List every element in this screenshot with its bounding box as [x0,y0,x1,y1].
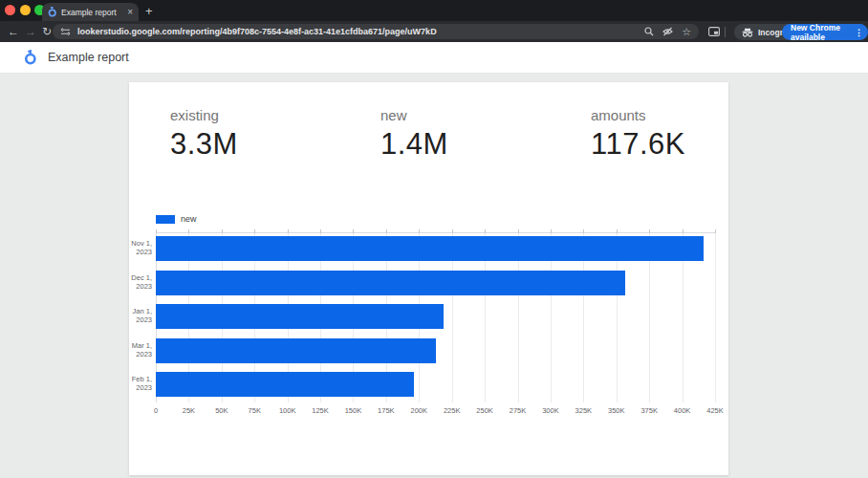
zoom-level-icon[interactable] [644,27,654,36]
axis-tick [518,229,519,233]
scorecard-amounts: amounts 117.6K [591,107,763,162]
forward-icon[interactable]: → [25,23,36,40]
close-window-button[interactable] [5,5,15,15]
axis-tick [715,229,716,233]
legend-label: new [181,214,197,224]
chart-legend: new [156,214,197,224]
axis-tick [320,229,321,233]
looker-studio-favicon-icon [48,7,56,17]
axis-tick [419,229,420,233]
url-text[interactable]: lookerstudio.google.com/reporting/4b9f70… [77,27,636,36]
bar-jan-1-2023[interactable] [156,304,444,329]
chrome-menu-icon[interactable]: ⋮ [855,28,863,37]
bar-chart-plot [156,232,715,402]
reload-icon[interactable]: ↻ [42,23,52,40]
gridline [715,233,716,402]
report-page: existing 3.3M new 1.4M amounts 117.6K ne… [0,73,868,478]
scorecard-value: 117.6K [591,127,763,162]
y-axis-category-label: Dec 1,2023 [129,273,152,291]
x-axis-tick-label: 100K [279,406,296,415]
scorecard-label: existing [170,107,342,123]
x-axis-tick-label: 75K [249,406,261,415]
bar-mar-1-2023[interactable] [156,338,436,363]
legend-swatch [156,215,175,224]
tab-title: Example report [61,8,127,17]
minimize-window-button[interactable] [20,5,31,15]
x-axis-tick-label: 50K [215,406,228,415]
picture-in-picture-icon[interactable] [708,27,720,36]
bar-nov-1-2023[interactable] [156,236,704,261]
eye-off-icon[interactable] [662,27,673,36]
x-axis-tick-label: 275K [510,406,527,415]
browser-toolbar: ← → ↻ lookerstudio.google.com/reporting/… [0,21,868,42]
x-axis-tick-label: 400K [674,406,691,415]
browser-tab[interactable]: Example report × [42,3,139,21]
x-axis-tick-label: 0 [154,406,158,415]
scorecard-label: amounts [591,107,763,123]
x-axis-tick-label: 300K [542,406,559,415]
axis-tick [188,229,189,233]
x-axis-tick-label: 150K [345,406,362,415]
tab-strip: Example report × + [0,0,868,21]
axis-tick [386,229,387,233]
bar-feb-1-2023[interactable] [156,372,414,397]
axis-tick [551,229,552,233]
update-chrome-chip[interactable]: New Chrome available ⋮ [782,24,868,40]
report-title: Example report [48,51,129,64]
site-info-icon[interactable] [60,28,71,36]
x-axis-tick-label: 25K [183,406,195,415]
address-bar[interactable]: lookerstudio.google.com/reporting/4b9f70… [53,24,699,39]
update-chrome-label: New Chrome available [791,23,850,42]
x-axis-tick-label: 200K [411,406,428,415]
toolbar-divider [725,27,726,37]
x-axis-tick-label: 175K [378,406,395,415]
app-header: Example report ↶ Reset Share ▼ ⋮ [0,42,868,73]
x-axis-tick-label: 250K [476,406,493,415]
axis-tick [583,229,584,233]
axis-tick [683,229,684,233]
scorecard-value: 3.3M [170,127,342,162]
looker-studio-logo-icon [24,50,36,65]
x-axis-tick-label: 425K [706,406,724,415]
browser-window: Example report × + ← → ↻ lookerstudio.go… [0,0,868,478]
x-axis-tick-label: 375K [640,406,658,415]
axis-tick [288,229,289,233]
x-axis-tick-label: 125K [312,406,329,415]
axis-tick [617,229,618,233]
axis-tick [222,229,223,233]
y-axis-category-label: Feb 1,2023 [129,375,152,392]
incognito-icon [742,28,753,37]
back-icon[interactable]: ← [8,23,19,40]
close-tab-icon[interactable]: × [127,8,133,17]
x-axis-tick-label: 325K [575,406,593,415]
y-axis-category-label: Nov 1,2023 [129,239,152,256]
bar-dec-1-2023[interactable] [156,271,625,295]
scorecard-value: 1.4M [380,127,553,162]
new-tab-button[interactable]: + [145,4,153,19]
axis-tick [156,229,157,233]
scorecard-new: new 1.4M [380,107,553,162]
y-axis-category-label: Mar 1,2023 [129,341,152,358]
axis-tick [485,229,486,233]
axis-tick [254,229,255,233]
axis-tick [353,229,354,233]
x-axis-tick-label: 350K [608,406,625,415]
x-axis-tick-label: 225K [444,406,461,415]
y-axis-category-label: Jan 1,2023 [129,307,152,324]
report-canvas: existing 3.3M new 1.4M amounts 117.6K ne… [129,82,728,475]
scorecard-existing: existing 3.3M [170,107,342,162]
bookmark-star-icon[interactable]: ☆ [682,27,691,37]
scorecard-label: new [380,107,553,123]
axis-tick [452,229,453,233]
axis-tick [649,229,650,233]
